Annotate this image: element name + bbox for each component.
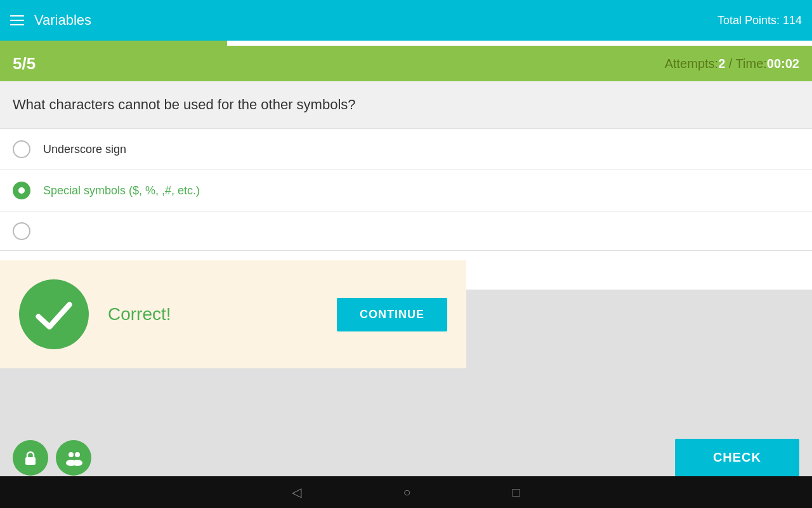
question-count: 5/5 bbox=[13, 54, 36, 74]
back-nav-icon[interactable]: ◁ bbox=[292, 485, 301, 500]
attempts-time: Attempts:2 / Time:00:02 bbox=[665, 57, 799, 71]
people-icon bbox=[64, 449, 83, 467]
svg-rect-0 bbox=[25, 457, 36, 465]
radio-option-2-selected[interactable] bbox=[13, 182, 30, 199]
radio-option-3[interactable] bbox=[13, 222, 30, 240]
android-nav-bar: ◁ ○ □ bbox=[0, 476, 812, 508]
home-nav-icon[interactable]: ○ bbox=[403, 485, 410, 500]
people-button[interactable] bbox=[56, 440, 91, 476]
option-item-1[interactable]: Underscore sign bbox=[0, 128, 812, 170]
option-item-2[interactable]: Special symbols ($, %, ,#, etc.) bbox=[0, 170, 812, 211]
correct-popup: Correct! CONTINUE bbox=[0, 260, 466, 368]
option-item-3[interactable] bbox=[0, 211, 812, 251]
progress-bar-fill bbox=[0, 41, 227, 46]
check-button[interactable]: CHECK bbox=[675, 439, 799, 476]
progress-bar-container bbox=[0, 41, 812, 46]
lock-icon bbox=[22, 449, 39, 467]
top-bar: Variables Total Points: 114 bbox=[0, 0, 812, 41]
page-title: Variables bbox=[34, 12, 91, 29]
option-text-1: Underscore sign bbox=[43, 143, 126, 156]
bottom-bar: CHECK bbox=[0, 439, 812, 476]
total-points: Total Points: 114 bbox=[717, 14, 802, 27]
svg-point-4 bbox=[72, 460, 82, 466]
stats-bar: 5/5 Attempts:2 / Time:00:02 bbox=[0, 46, 812, 81]
correct-text: Correct! bbox=[108, 304, 318, 324]
page-wrapper: Variables Total Points: 114 5/5 Attempts… bbox=[0, 0, 812, 508]
svg-point-2 bbox=[75, 452, 80, 457]
question-area: What characters cannot be used for the o… bbox=[0, 81, 812, 123]
correct-checkmark-circle bbox=[19, 279, 89, 349]
recent-nav-icon[interactable]: □ bbox=[513, 485, 520, 500]
hamburger-menu-icon[interactable] bbox=[10, 15, 24, 25]
checkmark-icon bbox=[32, 292, 76, 337]
lock-button[interactable] bbox=[13, 440, 48, 476]
question-text: What characters cannot be used for the o… bbox=[13, 97, 356, 112]
radio-option-1[interactable] bbox=[13, 140, 30, 158]
continue-button[interactable]: CONTINUE bbox=[337, 298, 447, 331]
option-text-2: Special symbols ($, %, ,#, etc.) bbox=[43, 184, 200, 197]
svg-point-1 bbox=[69, 452, 74, 457]
